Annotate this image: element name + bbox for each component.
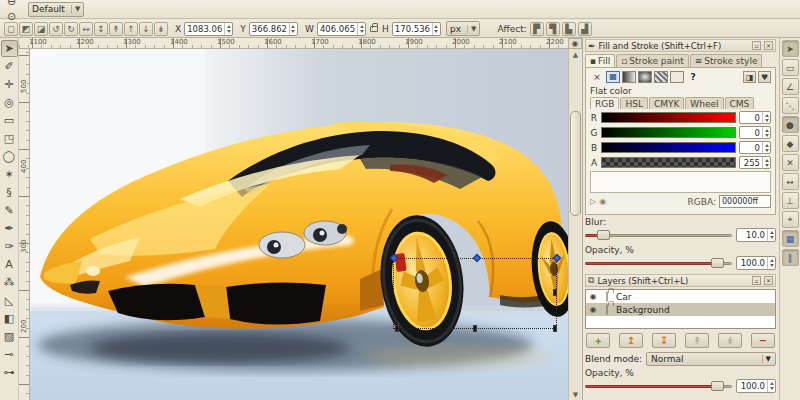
style-dropdown[interactable]: Default ▼: [28, 2, 84, 17]
horizontal-ruler[interactable]: 1100120013001400150016001700180019002000…: [19, 38, 568, 49]
x-spinner[interactable]: [224, 23, 232, 35]
lock-ratio-icon[interactable]: [370, 26, 378, 32]
scroll-up-icon[interactable]: ▲: [569, 49, 582, 60]
channel-value-field[interactable]: 255: [739, 156, 771, 169]
channel-spinner[interactable]: [762, 157, 770, 169]
channel-spinner[interactable]: [762, 112, 770, 124]
affect-scale-button[interactable]: ▜: [546, 22, 560, 36]
fill-stroke-titlebar[interactable]: ✒ Fill and Stroke (Shift+Ctrl+F) ▫ ✕: [585, 39, 776, 52]
paint-radial-gradient-button[interactable]: [638, 71, 652, 83]
deselect-button[interactable]: ◪: [34, 22, 48, 36]
snap-guide-icon[interactable]: ∥: [782, 249, 799, 266]
selection-rectangle[interactable]: [393, 258, 557, 329]
select-all-button[interactable]: ◻: [4, 22, 18, 36]
rotate-ccw-button[interactable]: ↺: [49, 22, 63, 36]
gradient-tool[interactable]: ▨: [1, 328, 18, 345]
selector-tool[interactable]: ➤: [1, 40, 18, 57]
channel-slider[interactable]: [601, 157, 736, 168]
vertical-scrollbar[interactable]: ▲ ▼: [568, 49, 582, 400]
paint-flat-button[interactable]: [606, 71, 620, 83]
calligraphy-tool[interactable]: ✑: [1, 238, 18, 255]
fill-stroke-tab[interactable]: ≡Stroke style: [690, 54, 763, 67]
picker-arrow-icon[interactable]: ▷: [590, 197, 596, 206]
snap-grid-icon[interactable]: ▦: [782, 230, 799, 247]
flip-horizontal-button[interactable]: ↔: [79, 22, 93, 36]
fill-stroke-tab[interactable]: ▫Stroke paint: [616, 54, 689, 67]
layer-to-top-button[interactable]: ↟: [685, 333, 709, 348]
scroll-down-icon[interactable]: ▼: [569, 389, 582, 400]
blur-slider[interactable]: [585, 229, 732, 241]
raise-button[interactable]: ↑: [124, 22, 138, 36]
layer-lock-icon[interactable]: [602, 305, 612, 314]
bucket-fill-tool[interactable]: ◧: [1, 310, 18, 327]
fs-opacity-slider[interactable]: [585, 257, 732, 269]
snap-nodes-icon[interactable]: ●: [782, 116, 799, 133]
selection-handle[interactable]: [553, 289, 557, 296]
fs-opacity-field[interactable]: 100.0: [736, 256, 776, 270]
channel-slider[interactable]: [601, 142, 736, 153]
pencil-tool[interactable]: ✎: [1, 202, 18, 219]
delete-layer-button[interactable]: −: [751, 333, 775, 348]
affect-rotate-button[interactable]: ▙: [562, 22, 576, 36]
paint-swatch-button[interactable]: [670, 71, 684, 83]
layer-visible-icon[interactable]: ◉: [588, 292, 598, 301]
float-dialog-icon[interactable]: ▫: [752, 276, 761, 285]
scrollbar-thumb[interactable]: [570, 111, 581, 216]
box3d-tool[interactable]: ◳: [1, 130, 18, 147]
raise-layer-button[interactable]: ↥: [619, 333, 643, 348]
fs-opacity-spinner[interactable]: [767, 257, 775, 269]
canvas[interactable]: [30, 49, 568, 400]
h-field[interactable]: 170.536: [392, 22, 441, 36]
paint-linear-gradient-button[interactable]: [622, 71, 636, 83]
spray-tool[interactable]: ⁂: [1, 274, 18, 291]
channel-slider[interactable]: [601, 112, 736, 123]
snap-bbox-edge-icon[interactable]: ∠: [782, 78, 799, 95]
color-space-tab[interactable]: Wheel: [685, 97, 723, 109]
layer-lock-icon[interactable]: [602, 292, 612, 301]
snap-midpoint-icon[interactable]: ⊥: [782, 192, 799, 209]
snap-bbox-icon[interactable]: ▭: [782, 59, 799, 76]
channel-spinner[interactable]: [762, 127, 770, 139]
selection-handle[interactable]: [395, 325, 399, 332]
favorites-icon[interactable]: ♥: [758, 71, 771, 83]
connector-tool[interactable]: ⊶: [1, 364, 18, 381]
tweak-tool[interactable]: ✛: [1, 76, 18, 93]
layer-row[interactable]: ◉ Car: [586, 290, 775, 303]
snap-path-icon[interactable]: ◆: [782, 135, 799, 152]
color-space-tab[interactable]: CMS: [725, 97, 755, 109]
select-all-layers-button[interactable]: ◩: [19, 22, 33, 36]
close-dialog-icon[interactable]: ✕: [764, 276, 773, 285]
paint-pattern-button[interactable]: [654, 71, 668, 83]
rgba-field[interactable]: 000000ff: [719, 195, 771, 208]
channel-value-field[interactable]: 0: [739, 111, 771, 124]
zoom-tool[interactable]: ◎: [1, 94, 18, 111]
channel-spinner[interactable]: [762, 142, 770, 154]
text-tool[interactable]: A: [1, 256, 18, 273]
layer-to-bottom-button[interactable]: ↡: [718, 333, 742, 348]
lower-to-bottom-button[interactable]: ↡: [154, 22, 168, 36]
eraser-tool[interactable]: ◺: [1, 292, 18, 309]
channel-slider[interactable]: [601, 127, 736, 138]
channel-value-field[interactable]: 0: [739, 126, 771, 139]
y-spinner[interactable]: [289, 23, 297, 35]
blur-field[interactable]: 10.0: [736, 228, 776, 242]
layers-titlebar[interactable]: ⧉ Layers (Shift+Ctrl+L) ▫ ✕: [585, 274, 776, 287]
lower-button[interactable]: ↓: [139, 22, 153, 36]
units-dropdown[interactable]: px ▼: [446, 21, 480, 36]
channel-value-field[interactable]: 0: [739, 141, 771, 154]
color-space-tab[interactable]: HSL: [620, 97, 648, 109]
blur-spinner[interactable]: [767, 229, 775, 241]
color-space-tab[interactable]: RGB: [590, 97, 619, 109]
layer-visible-icon[interactable]: ◉: [588, 305, 598, 314]
y-field[interactable]: 366.862: [249, 22, 298, 36]
ellipse-tool[interactable]: ◯: [1, 148, 18, 165]
lower-layer-button[interactable]: ↧: [652, 333, 676, 348]
rectangle-tool[interactable]: ▭: [1, 112, 18, 129]
snap-bbox-corner-icon[interactable]: ⋱: [782, 97, 799, 114]
selection-handle[interactable]: [473, 325, 477, 332]
fill-stroke-tab[interactable]: ▪Fill: [585, 54, 615, 67]
paint-none-button[interactable]: ×: [590, 71, 604, 83]
raise-to-top-button[interactable]: ↟: [109, 22, 123, 36]
swap-fill-stroke-button[interactable]: ◨: [743, 71, 756, 83]
affect-corners-button[interactable]: ▟: [578, 22, 592, 36]
